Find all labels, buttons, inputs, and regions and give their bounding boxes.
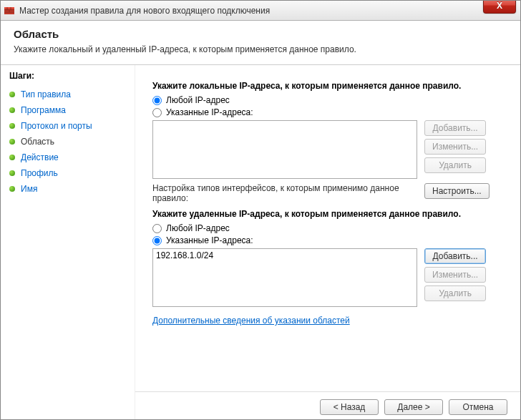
remote-add-button[interactable]: Добавить... — [424, 248, 486, 264]
steps-sidebar: Шаги: Тип правилаПрограммаПротокол и пор… — [1, 65, 135, 420]
configure-interfaces-button[interactable]: Настроить... — [424, 183, 490, 199]
interface-types-text: Настройка типов интерфейсов, к которым п… — [152, 183, 417, 203]
step-item[interactable]: Тип правила — [9, 87, 126, 102]
local-radio-any-label: Любой IP-адрес — [166, 95, 230, 105]
step-item[interactable]: Протокол и порты — [9, 118, 126, 134]
remote-radio-specified[interactable]: Указанные IP-адреса: — [152, 235, 507, 245]
local-radio-specified-label: Указанные IP-адреса: — [166, 107, 253, 117]
firewall-icon — [4, 5, 15, 16]
step-label: Протокол и порты — [21, 121, 92, 131]
remote-section-title: Укажите удаленные IP-адреса, к которым п… — [152, 209, 507, 219]
step-item[interactable]: Действие — [9, 150, 126, 165]
step-item[interactable]: Профиль — [9, 165, 126, 181]
step-label: Область — [21, 137, 54, 147]
step-bullet-icon — [9, 107, 15, 113]
wizard-header: Область Укажите локальный и удаленный IP… — [1, 21, 520, 60]
step-label: Программа — [21, 105, 66, 115]
next-button[interactable]: Далее > — [384, 399, 443, 415]
step-item[interactable]: Имя — [9, 181, 126, 197]
remote-remove-button[interactable]: Удалить — [424, 285, 486, 301]
step-item[interactable]: Программа — [9, 102, 126, 118]
remote-radio-any[interactable]: Любой IP-адрес — [152, 223, 507, 233]
remote-radio-any-input[interactable] — [152, 224, 162, 233]
remote-radio-specified-label: Указанные IP-адреса: — [166, 235, 253, 245]
local-remove-button[interactable]: Удалить — [424, 157, 486, 173]
close-button[interactable]: X — [483, 0, 516, 14]
wizard-footer: < Назад Далее > Отмена — [135, 391, 520, 420]
svg-rect-1 — [4, 7, 14, 9]
page-title: Область — [14, 28, 507, 40]
back-button[interactable]: < Назад — [320, 399, 379, 415]
remote-edit-button[interactable]: Изменить... — [424, 267, 486, 283]
window-title: Мастер создания правила для нового входя… — [19, 6, 270, 16]
step-label: Профиль — [21, 168, 58, 178]
local-section-title: Укажите локальные IP-адреса, к которым п… — [152, 81, 507, 91]
step-bullet-icon — [9, 170, 15, 176]
main-pane: Укажите локальные IP-адреса, к которым п… — [135, 65, 520, 420]
step-item[interactable]: Область — [9, 134, 126, 150]
local-radio-any-input[interactable] — [152, 96, 162, 105]
step-bullet-icon — [9, 139, 15, 145]
step-bullet-icon — [9, 186, 15, 192]
local-ip-listbox[interactable] — [152, 120, 417, 179]
steps-title: Шаги: — [9, 71, 126, 81]
cancel-button[interactable]: Отмена — [449, 399, 507, 415]
remote-radio-any-label: Любой IP-адрес — [166, 223, 230, 233]
help-link[interactable]: Дополнительные сведения об указании обла… — [152, 316, 350, 326]
step-label: Действие — [21, 152, 59, 162]
close-icon: X — [497, 1, 502, 11]
local-radio-specified[interactable]: Указанные IP-адреса: — [152, 107, 507, 117]
local-edit-button[interactable]: Изменить... — [424, 139, 486, 155]
remote-radio-specified-input[interactable] — [152, 236, 162, 245]
step-label: Тип правила — [21, 89, 71, 99]
list-item[interactable]: 192.168.1.0/24 — [156, 250, 414, 260]
local-radio-specified-input[interactable] — [152, 108, 162, 117]
step-bullet-icon — [9, 155, 15, 160]
page-subtitle: Укажите локальный и удаленный IP-адреса,… — [14, 44, 507, 54]
step-bullet-icon — [9, 123, 15, 129]
titlebar: Мастер создания правила для нового входя… — [1, 1, 520, 21]
step-label: Имя — [21, 184, 37, 194]
remote-ip-listbox[interactable]: 192.168.1.0/24 — [152, 248, 417, 307]
local-add-button[interactable]: Добавить... — [424, 120, 486, 136]
step-bullet-icon — [9, 92, 15, 97]
local-radio-any[interactable]: Любой IP-адрес — [152, 95, 507, 105]
